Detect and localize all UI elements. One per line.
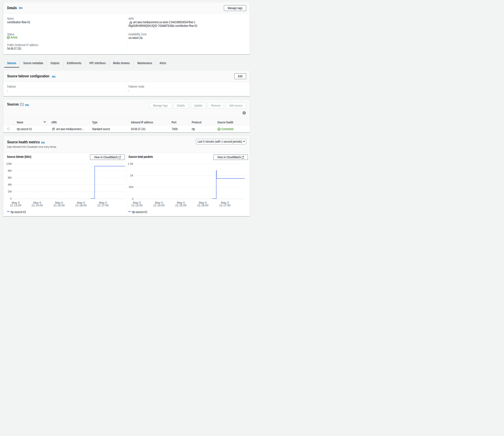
svg-text:21:15:00: 21:15:00: [175, 204, 187, 207]
svg-text:4M: 4M: [8, 183, 12, 186]
svg-text:21:16:00: 21:16:00: [75, 204, 87, 207]
svg-text:0: 0: [10, 197, 12, 200]
svg-text:0: 0: [132, 197, 133, 200]
svg-text:1.5K: 1.5K: [128, 162, 134, 165]
svg-text:21:14:00: 21:14:00: [32, 204, 43, 207]
svg-text:10M: 10M: [6, 162, 12, 165]
svg-text:21:15:00: 21:15:00: [54, 204, 65, 207]
svg-text:21:17:00: 21:17:00: [219, 204, 231, 207]
svg-text:1K: 1K: [130, 174, 134, 177]
svg-text:6M: 6M: [8, 176, 12, 179]
svg-text:8M: 8M: [8, 169, 12, 172]
svg-text:21:17:00: 21:17:00: [97, 204, 108, 207]
svg-text:21:14:00: 21:14:00: [153, 204, 165, 207]
svg-text:500: 500: [129, 186, 134, 189]
svg-text:21:16:00: 21:16:00: [197, 204, 208, 207]
svg-text:21:13:00: 21:13:00: [10, 204, 21, 207]
svg-text:21:13:00: 21:13:00: [131, 204, 143, 207]
svg-text:2M: 2M: [8, 190, 12, 193]
